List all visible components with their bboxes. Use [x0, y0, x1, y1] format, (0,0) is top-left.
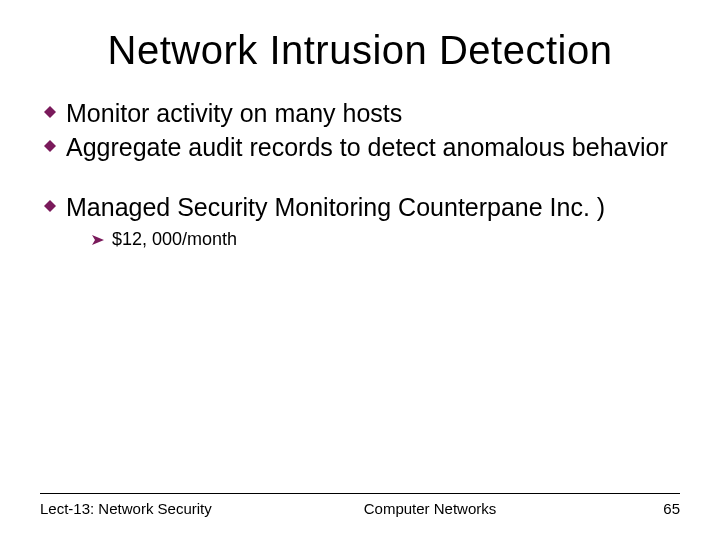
footer-page-number: 65 [620, 500, 680, 517]
diamond-bullet-icon [44, 131, 66, 152]
bullet-text: Aggregate audit records to detect anomal… [66, 131, 668, 163]
svg-marker-3 [92, 235, 104, 245]
footer-row: Lect-13: Network Security Computer Netwo… [40, 500, 680, 518]
slide-footer: Lect-13: Network Security Computer Netwo… [40, 493, 680, 518]
sub-bullet-item: $12, 000/month [44, 229, 680, 250]
slide-content: Monitor activity on many hosts Aggregate… [40, 97, 680, 250]
footer-left: Lect-13: Network Security [40, 500, 240, 518]
bullet-item: Managed Security Monitoring Counterpane … [44, 191, 680, 223]
bullet-text: Monitor activity on many hosts [66, 97, 402, 129]
footer-divider [40, 493, 680, 494]
sub-bullet-text: $12, 000/month [112, 229, 237, 250]
footer-center: Computer Networks [240, 500, 620, 517]
bullet-item: Monitor activity on many hosts [44, 97, 680, 129]
slide-title: Network Intrusion Detection [40, 28, 680, 73]
bullet-text: Managed Security Monitoring Counterpane … [66, 191, 605, 223]
svg-marker-0 [44, 106, 56, 118]
slide: Network Intrusion Detection Monitor acti… [0, 0, 720, 540]
svg-marker-2 [44, 200, 56, 212]
arrow-bullet-icon [92, 229, 112, 246]
diamond-bullet-icon [44, 97, 66, 118]
diamond-bullet-icon [44, 191, 66, 212]
spacer [44, 165, 680, 191]
bullet-item: Aggregate audit records to detect anomal… [44, 131, 680, 163]
svg-marker-1 [44, 140, 56, 152]
